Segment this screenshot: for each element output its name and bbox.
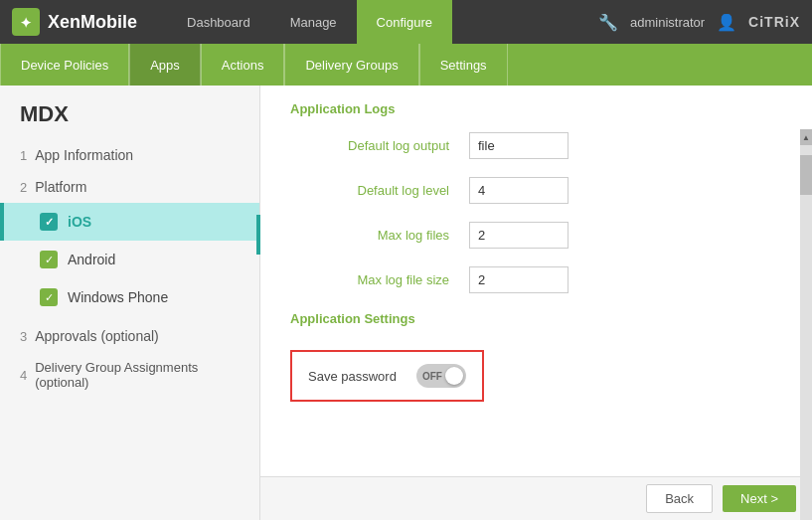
platform-android[interactable]: ✓ Android (0, 241, 259, 278)
save-password-label: Save password (308, 369, 397, 384)
subnav-delivery-groups[interactable]: Delivery Groups (284, 44, 418, 86)
subnav-settings[interactable]: Settings (419, 44, 508, 86)
default-log-output-row: Default log output (290, 132, 782, 159)
top-navigation: ✦ XenMobile Dashboard Manage Configure 🔧… (0, 0, 812, 44)
bottom-bar: Back Next > (260, 476, 812, 520)
content-area: Application Logs Default log output Defa… (260, 86, 812, 520)
section-app-information[interactable]: 1 App Information (0, 139, 259, 171)
max-log-file-size-label: Max log file size (290, 272, 449, 287)
section2-num: 2 (20, 180, 27, 195)
app-settings-title: Application Settings (290, 311, 782, 326)
scroll-up-arrow[interactable]: ▲ (800, 129, 812, 145)
section1-label: App Information (35, 147, 133, 163)
platform-android-label: Android (68, 252, 115, 267)
default-log-output-input[interactable] (469, 132, 568, 159)
section1-num: 1 (20, 148, 27, 163)
default-log-level-input[interactable] (469, 177, 568, 204)
toggle-off-text: OFF (422, 371, 442, 382)
section-delivery-group-assignments[interactable]: 4 Delivery Group Assignments (optional) (0, 352, 259, 398)
section3-num: 3 (20, 329, 27, 344)
xenmobile-logo-icon: ✦ (12, 8, 40, 36)
windows-check-icon: ✓ (40, 288, 58, 306)
main-layout: MDX 1 App Information 2 Platform ✓ iOS ✓… (0, 86, 812, 520)
max-log-files-row: Max log files (290, 222, 782, 249)
max-log-files-label: Max log files (290, 228, 449, 243)
nav-right: 🔧 administrator 👤 CiTRiX (598, 13, 800, 32)
svg-text:✦: ✦ (20, 15, 32, 31)
default-log-level-label: Default log level (290, 183, 449, 198)
section4-num: 4 (20, 368, 27, 383)
subnav-device-policies[interactable]: Device Policies (0, 44, 129, 86)
back-button[interactable]: Back (646, 484, 713, 513)
sub-navigation: Device Policies Apps Actions Delivery Gr… (0, 44, 812, 86)
app-logs-section-title: Application Logs (290, 101, 782, 116)
section-approvals[interactable]: 3 Approvals (optional) (0, 320, 259, 352)
platform-windows-phone[interactable]: ✓ Windows Phone (0, 278, 259, 316)
section2-label: Platform (35, 179, 86, 195)
next-button[interactable]: Next > (723, 485, 796, 512)
max-log-file-size-input[interactable] (469, 266, 568, 293)
nav-manage[interactable]: Manage (270, 0, 357, 44)
app-settings-box: Save password OFF (290, 350, 484, 402)
section3-label: Approvals (optional) (35, 328, 159, 344)
nav-dashboard[interactable]: Dashboard (167, 0, 270, 44)
scroll-thumb[interactable] (800, 155, 812, 195)
user-icon: 👤 (717, 13, 736, 32)
max-log-file-size-row: Max log file size (290, 266, 782, 293)
default-log-level-row: Default log level (290, 177, 782, 204)
admin-label: administrator (630, 15, 705, 30)
android-check-icon: ✓ (40, 251, 58, 268)
nav-items: Dashboard Manage Configure (167, 0, 598, 44)
section-platform[interactable]: 2 Platform (0, 171, 259, 203)
sidebar: MDX 1 App Information 2 Platform ✓ iOS ✓… (0, 86, 260, 520)
app-settings-section: Application Settings Save password OFF (290, 311, 782, 402)
platform-windows-phone-label: Windows Phone (68, 289, 168, 305)
scroll-track (800, 145, 812, 520)
save-password-toggle[interactable]: OFF (416, 364, 466, 388)
subnav-actions[interactable]: Actions (201, 44, 285, 86)
ios-check-icon: ✓ (40, 213, 58, 231)
default-log-output-label: Default log output (290, 138, 449, 153)
logo-text: XenMobile (48, 12, 137, 33)
sidebar-title: MDX (0, 86, 259, 139)
subnav-apps[interactable]: Apps (129, 44, 201, 86)
logo-area: ✦ XenMobile (12, 8, 137, 36)
max-log-files-input[interactable] (469, 222, 568, 249)
platform-ios-label: iOS (68, 214, 91, 230)
settings-icon[interactable]: 🔧 (598, 13, 618, 32)
platform-ios[interactable]: ✓ iOS (0, 203, 259, 241)
nav-configure[interactable]: Configure (357, 0, 452, 44)
active-indicator (256, 215, 260, 255)
citrix-logo: CiTRiX (748, 14, 800, 30)
toggle-knob (445, 367, 463, 385)
section4-label: Delivery Group Assignments (optional) (35, 360, 240, 390)
right-scrollbar[interactable]: ▲ ▼ (800, 129, 812, 520)
